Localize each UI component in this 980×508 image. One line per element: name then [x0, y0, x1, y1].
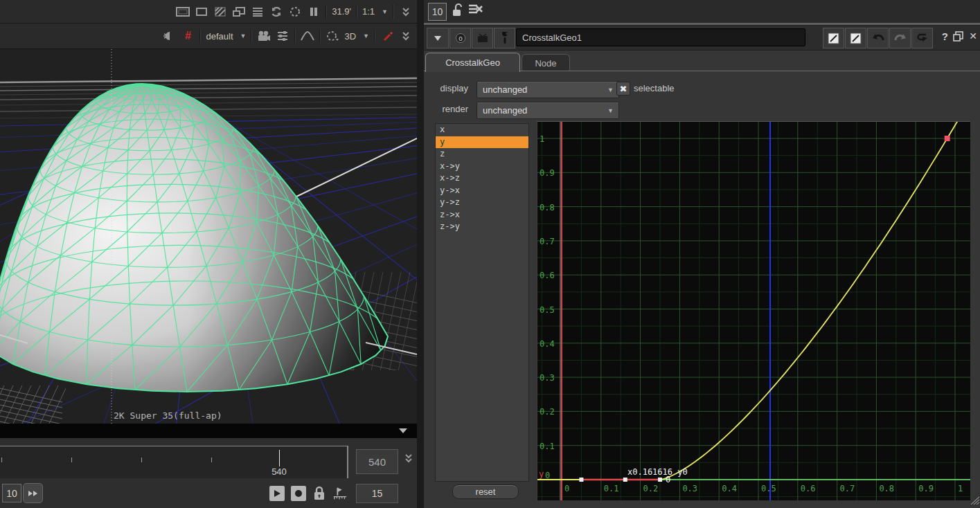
mask-overlay-icon[interactable]: [213, 3, 227, 20]
fps-box[interactable]: 15: [356, 484, 398, 503]
y-tick-label: 0.1: [540, 442, 555, 451]
channel-item-x[interactable]: x: [436, 124, 528, 136]
toolbar-separator: [326, 5, 327, 19]
light-icon[interactable]: [162, 28, 176, 44]
grid-hash-icon[interactable]: #: [181, 28, 195, 44]
x-tick-label: 0.4: [722, 484, 737, 493]
channel-item-yz[interactable]: y->z: [436, 197, 528, 209]
frame-increment-box[interactable]: 10: [2, 484, 21, 502]
unlock-icon[interactable]: [452, 3, 464, 21]
x-tick-label: 0.2: [643, 484, 659, 493]
viewport-format-label: 2K Super 35(full-ap): [114, 410, 222, 421]
format-frame-icon[interactable]: [176, 3, 190, 20]
properties-pane: 10 o ? ✕ CrosstalkGeo: [424, 0, 980, 508]
viewer-toolbar-top: 31.9' 1:1 ▼: [0, 0, 417, 24]
timeline-tick: [1, 457, 2, 462]
viewport-canvas[interactable]: 2K Super 35(full-ap): [0, 49, 417, 424]
close-panel-button[interactable]: ✕: [969, 30, 977, 42]
x-tick-label: 0.9: [918, 484, 934, 493]
timeline-collapse-icon[interactable]: [404, 453, 413, 466]
node-disable-button[interactable]: o: [449, 28, 471, 48]
collapse-toolbar-icon[interactable]: [399, 3, 413, 20]
display-label: display: [428, 83, 468, 93]
view-mode-dropdown[interactable]: 3D: [344, 31, 356, 42]
channel-item-yx[interactable]: y->x: [436, 185, 528, 197]
timeline-tick: [71, 457, 72, 462]
monitor-output-button[interactable]: [472, 28, 493, 48]
toolbar-separator: [393, 5, 394, 19]
node-name-input[interactable]: [516, 28, 805, 46]
dropdown-caret-icon: ▼: [607, 107, 614, 114]
timeline-track[interactable]: 540: [0, 446, 348, 478]
x-tick-label: 0.6: [801, 484, 816, 493]
channel-item-xy[interactable]: x->y: [436, 161, 528, 173]
fast-forward-button[interactable]: [23, 483, 43, 503]
curve-editor[interactable]: 00.10.20.30.40.50.60.70.80.9110.90.80.70…: [537, 121, 970, 500]
svg-text:o: o: [458, 35, 462, 42]
redo-button[interactable]: [889, 28, 911, 48]
view-mode-caret[interactable]: ▼: [363, 33, 369, 39]
edit-label-button-2[interactable]: [845, 28, 866, 48]
max-panels-box[interactable]: 10: [428, 3, 447, 21]
viewer-info-dropdown-caret[interactable]: [399, 428, 407, 433]
ratio-dropdown-caret[interactable]: ▼: [382, 8, 388, 15]
edit-label-button-1[interactable]: [823, 28, 844, 48]
resize-grip[interactable]: [970, 495, 979, 507]
keyframe-marker[interactable]: [623, 478, 627, 482]
float-panel-icon[interactable]: [953, 31, 963, 44]
pause-icon[interactable]: [307, 3, 321, 20]
toolbar-separator: [251, 29, 252, 43]
y-tick-label: 0.8: [540, 203, 555, 212]
viewer-ratio-value[interactable]: 1:1: [362, 6, 375, 17]
selectable-checkbox[interactable]: ✖: [616, 82, 630, 96]
frame-value-box[interactable]: 540: [356, 449, 398, 474]
record-button[interactable]: [291, 486, 306, 501]
help-button[interactable]: ?: [942, 30, 948, 42]
timeline: 540 540: [0, 438, 417, 479]
wrench-icon-button[interactable]: [494, 28, 515, 48]
display-dropdown[interactable]: unchanged ▼: [476, 81, 619, 98]
y-tick-label: 0.3: [540, 373, 555, 383]
curve-lambda-icon[interactable]: [301, 28, 314, 44]
channel-mixer-icon[interactable]: [276, 28, 289, 44]
endpoint-keyframe[interactable]: [945, 136, 950, 141]
tab-crosstalkgeo[interactable]: CrosstalkGeo: [425, 53, 520, 72]
channel-item-zx[interactable]: z->x: [436, 209, 528, 221]
collapse-toolbar-icon[interactable]: [399, 28, 413, 44]
y-tick-label: 0.4: [540, 339, 555, 349]
keyframe-marker[interactable]: [658, 478, 662, 482]
channel-item-z[interactable]: z: [436, 148, 528, 161]
curve-editor-canvas[interactable]: 00.10.20.30.40.50.60.70.80.9110.90.80.70…: [537, 122, 970, 500]
channel-item-xz[interactable]: x->z: [436, 172, 528, 185]
channel-item-y[interactable]: y: [436, 136, 528, 149]
tab-node[interactable]: Node: [522, 54, 570, 71]
wipe-compare-icon[interactable]: [232, 3, 246, 20]
reset-button[interactable]: reset: [452, 484, 519, 499]
play-button[interactable]: [269, 486, 285, 501]
gain-circle-icon[interactable]: [288, 3, 302, 20]
keyframe-marker[interactable]: [579, 478, 583, 482]
camera-icon[interactable]: [257, 28, 271, 44]
panel-collapse-button[interactable]: [427, 28, 449, 48]
render-dropdown[interactable]: unchanged ▼: [476, 102, 619, 119]
x-tick-label: 0: [564, 484, 569, 493]
view-preset-caret[interactable]: ▼: [240, 33, 247, 39]
y-tick-label: 0.9: [540, 168, 555, 178]
refresh-icon[interactable]: [269, 3, 283, 20]
roi-dashed-circle-icon[interactable]: [326, 28, 339, 44]
layer-stack-icon[interactable]: [251, 3, 265, 20]
close-all-panels-icon[interactable]: [468, 3, 483, 19]
undo-button[interactable]: [867, 28, 889, 48]
y-tick-label: 0.6: [540, 271, 555, 280]
channel-item-zy[interactable]: z->y: [436, 221, 528, 233]
crop-icon[interactable]: [195, 3, 208, 20]
lock-icon[interactable]: [312, 486, 327, 501]
viewer-zoom-value[interactable]: 31.9': [332, 6, 351, 17]
pane-divider[interactable]: [417, 0, 424, 508]
timeline-playhead[interactable]: [279, 450, 280, 466]
viewport-3d[interactable]: 2K Super 35(full-ap): [0, 49, 417, 424]
view-preset-dropdown[interactable]: default: [206, 31, 233, 42]
annotate-pencil-icon[interactable]: [380, 28, 394, 44]
revert-button[interactable]: [911, 28, 933, 48]
frame-range-icon[interactable]: [332, 486, 348, 501]
